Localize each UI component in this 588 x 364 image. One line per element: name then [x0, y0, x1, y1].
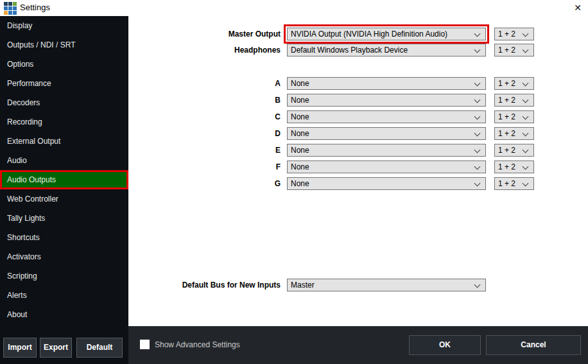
master-output-highlight: NVIDIA Output (NVIDIA High Definition Au… — [284, 24, 489, 44]
chevron-down-icon — [474, 180, 481, 187]
bus-e-select[interactable]: None — [287, 144, 486, 157]
headphones-select[interactable]: Default Windows Playback Device — [287, 44, 486, 56]
sidebar-item-activators[interactable]: Activators — [0, 247, 128, 266]
bus-d-select[interactable]: None — [287, 127, 486, 140]
bus-f-channel-select-value: 1 + 2 — [498, 162, 515, 171]
bus-a-select[interactable]: None — [287, 77, 486, 90]
bus-e-select-value: None — [291, 146, 309, 155]
bus-c-label: C — [128, 110, 281, 123]
sidebar-buttons: Import Export Default — [0, 338, 128, 358]
bus-a-label: A — [128, 77, 281, 90]
bus-a-channel-select[interactable]: 1 + 2 — [494, 77, 534, 90]
chevron-down-icon — [523, 80, 529, 87]
bus-b-channel-select-value: 1 + 2 — [498, 96, 515, 105]
cancel-button[interactable]: Cancel — [486, 335, 581, 355]
sidebar-item-about[interactable]: About — [0, 305, 128, 324]
close-icon[interactable]: ✕ — [571, 1, 585, 15]
bus-g-label: G — [128, 177, 281, 190]
master-output-select[interactable]: NVIDIA Output (NVIDIA High Definition Au… — [287, 28, 486, 40]
app-logo-icon — [4, 2, 17, 15]
window-title: Settings — [20, 3, 50, 12]
master-output-value: NVIDIA Output (NVIDIA High Definition Au… — [291, 30, 447, 39]
bottom-bar: Show Advanced Settings OK Cancel — [128, 326, 588, 364]
ok-button[interactable]: OK — [409, 335, 481, 355]
chevron-down-icon — [474, 130, 481, 137]
bus-g-channel-select-value: 1 + 2 — [498, 179, 515, 188]
chevron-down-icon — [523, 97, 529, 103]
headphones-value: Default Windows Playback Device — [291, 46, 408, 55]
bus-d-select-value: None — [291, 129, 309, 138]
bus-a-channel-select-value: 1 + 2 — [498, 79, 515, 88]
sidebar-item-scripting[interactable]: Scripting — [0, 266, 128, 286]
master-output-channel-value: 1 + 2 — [498, 30, 515, 39]
chevron-down-icon — [474, 164, 481, 170]
bus-c-select[interactable]: None — [287, 110, 486, 123]
bus-b-channel-select[interactable]: 1 + 2 — [494, 94, 534, 107]
bus-g-select[interactable]: None — [287, 177, 486, 190]
chevron-down-icon — [474, 282, 481, 288]
bus-b-select[interactable]: None — [287, 94, 486, 107]
sidebar-nav: DisplayOutputs / NDI / SRTOptionsPerform… — [0, 16, 128, 324]
chevron-down-icon — [474, 147, 481, 153]
sidebar-item-external-output[interactable]: External Output — [0, 132, 128, 151]
bus-f-channel-select[interactable]: 1 + 2 — [494, 160, 534, 173]
headphones-channel-select[interactable]: 1 + 2 — [494, 44, 534, 56]
bus-c-select-value: None — [291, 112, 309, 121]
bus-f-select-value: None — [291, 162, 309, 171]
sidebar-item-alerts[interactable]: Alerts — [0, 286, 128, 305]
sidebar-item-decoders[interactable]: Decoders — [0, 93, 128, 112]
chevron-down-icon — [523, 180, 529, 187]
bus-a-select-value: None — [291, 79, 309, 88]
chevron-down-icon — [474, 114, 481, 120]
chevron-down-icon — [474, 31, 481, 37]
chevron-down-icon — [523, 31, 529, 37]
import-button[interactable]: Import — [3, 338, 37, 358]
headphones-label: Headphones — [128, 44, 281, 56]
master-output-channel-select[interactable]: 1 + 2 — [494, 28, 534, 40]
sidebar: DisplayOutputs / NDI / SRTOptionsPerform… — [0, 16, 128, 364]
sidebar-item-outputs-ndi-srt[interactable]: Outputs / NDI / SRT — [0, 35, 128, 55]
sidebar-item-options[interactable]: Options — [0, 55, 128, 74]
master-output-label: Master Output — [128, 28, 281, 40]
export-button[interactable]: Export — [40, 338, 72, 358]
settings-window: Settings ✕ DisplayOutputs / NDI / SRTOpt… — [0, 0, 588, 364]
chevron-down-icon — [523, 164, 529, 170]
bus-e-channel-select[interactable]: 1 + 2 — [494, 144, 534, 157]
bus-f-select[interactable]: None — [287, 160, 486, 173]
sidebar-item-tally-lights[interactable]: Tally Lights — [0, 209, 128, 228]
bus-e-label: E — [128, 144, 281, 157]
headphones-channel-value: 1 + 2 — [498, 46, 515, 55]
bus-b-select-value: None — [291, 96, 309, 105]
chevron-down-icon — [474, 80, 481, 87]
bus-c-channel-select-value: 1 + 2 — [498, 112, 515, 121]
bus-f-label: F — [128, 160, 281, 173]
bus-e-channel-select-value: 1 + 2 — [498, 146, 515, 155]
default-bus-select[interactable]: Master — [287, 279, 486, 291]
bus-g-channel-select[interactable]: 1 + 2 — [494, 177, 534, 190]
sidebar-item-performance[interactable]: Performance — [0, 74, 128, 93]
bus-c-channel-select[interactable]: 1 + 2 — [494, 110, 534, 123]
chevron-down-icon — [523, 114, 529, 120]
chevron-down-icon — [474, 47, 481, 53]
bus-b-label: B — [128, 94, 281, 107]
chevron-down-icon — [474, 97, 481, 103]
sidebar-item-recording[interactable]: Recording — [0, 112, 128, 132]
default-bus-label: Default Bus for New Inputs — [128, 279, 281, 291]
bus-g-select-value: None — [291, 179, 309, 188]
sidebar-item-display[interactable]: Display — [0, 16, 128, 35]
main-panel: Master Output NVIDIA Output (NVIDIA High… — [128, 16, 588, 326]
sidebar-item-shortcuts[interactable]: Shortcuts — [0, 228, 128, 247]
chevron-down-icon — [523, 147, 529, 153]
show-advanced-settings-checkbox[interactable] — [140, 340, 150, 349]
sidebar-item-audio-outputs[interactable]: Audio Outputs — [0, 170, 128, 189]
chevron-down-icon — [523, 130, 529, 137]
default-button[interactable]: Default — [76, 338, 123, 358]
bus-d-channel-select-value: 1 + 2 — [498, 129, 515, 138]
chevron-down-icon — [523, 47, 529, 53]
sidebar-item-web-controller[interactable]: Web Controller — [0, 189, 128, 209]
bus-d-label: D — [128, 127, 281, 140]
show-advanced-settings-label: Show Advanced Settings — [155, 340, 240, 349]
bus-d-channel-select[interactable]: 1 + 2 — [494, 127, 534, 140]
sidebar-item-audio[interactable]: Audio — [0, 151, 128, 170]
default-bus-value: Master — [291, 281, 315, 290]
